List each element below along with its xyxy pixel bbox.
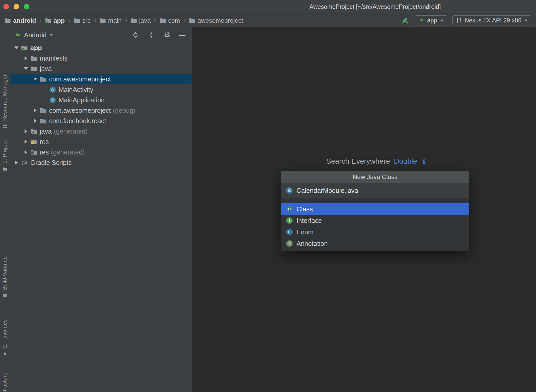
popup-option-label: Class bbox=[296, 205, 313, 213]
titlebar: AwesomeProject [~/src/AwesomeProject/and… bbox=[0, 0, 536, 14]
tree-row-manifests[interactable]: manifests bbox=[10, 53, 192, 63]
tree-row-res[interactable]: res(generated) bbox=[10, 147, 192, 157]
breadcrumb-label: java bbox=[139, 17, 151, 24]
chevron-right-icon[interactable] bbox=[32, 117, 39, 124]
module-icon bbox=[21, 45, 28, 51]
tool-button-label: Build Variants bbox=[2, 256, 8, 290]
tool-button-label: 2: Favorites bbox=[2, 319, 8, 348]
settings-gear-icon[interactable]: ⚙ bbox=[164, 31, 170, 39]
popup-option-label: Enum bbox=[296, 228, 313, 236]
traffic-lights bbox=[3, 4, 29, 9]
tree-row-mainactivity[interactable]: CMainActivity bbox=[10, 84, 192, 95]
breadcrumb-label: android bbox=[13, 17, 36, 24]
chevron-right-icon[interactable] bbox=[22, 138, 29, 145]
tree-row-com.awesomeproject[interactable]: com.awesomeproject(debug) bbox=[10, 105, 192, 116]
chevron-right-icon[interactable] bbox=[22, 128, 29, 135]
tree-row-app[interactable]: app bbox=[10, 43, 192, 53]
chevron-right-icon[interactable] bbox=[32, 107, 39, 114]
breadcrumb-item-app[interactable]: app bbox=[45, 17, 65, 24]
class-name-input[interactable]: C CalendarModule.java bbox=[281, 183, 469, 198]
chevron-down-icon[interactable] bbox=[13, 44, 20, 51]
tree-label: com.awesomeproject bbox=[49, 75, 111, 83]
zoom-button[interactable] bbox=[24, 4, 29, 9]
enum-icon: E bbox=[286, 229, 293, 235]
popup-option-enum[interactable]: EEnum bbox=[281, 226, 469, 238]
tree-row-mainapplication[interactable]: CMainApplication bbox=[10, 95, 192, 105]
tool-button-project[interactable]: 1: Project bbox=[0, 140, 10, 171]
popup-title: New Java Class bbox=[281, 171, 469, 183]
tree-row-com.awesomeproject[interactable]: com.awesomeproject bbox=[10, 74, 192, 84]
tool-button-build-variants[interactable]: Build Variants bbox=[0, 256, 10, 298]
android-icon bbox=[418, 17, 424, 23]
popup-option-interface[interactable]: IInterface bbox=[281, 215, 469, 226]
breadcrumb-item-java[interactable]: java bbox=[131, 17, 151, 24]
build-hammer-icon[interactable] bbox=[401, 16, 410, 25]
device-select[interactable]: Nexus 5X API 29 x86 bbox=[452, 15, 531, 26]
resource-manager-icon bbox=[2, 124, 7, 129]
popup-option-label: Interface bbox=[296, 217, 322, 224]
folder-icon bbox=[5, 17, 11, 23]
tool-button-structure[interactable]: 7: Structure bbox=[0, 372, 10, 392]
tree-row-res[interactable]: res bbox=[10, 136, 192, 147]
hint-shortcut: Double bbox=[394, 157, 417, 165]
breadcrumb-item-src[interactable]: src bbox=[74, 17, 91, 24]
tree-row-java[interactable]: java(generated) bbox=[10, 126, 192, 136]
breadcrumb-label: app bbox=[54, 17, 65, 24]
navigation-bar: android›app›src›main›java›com›awesomepro… bbox=[0, 14, 536, 27]
breadcrumb-item-awesomeproject[interactable]: awesomeproject bbox=[189, 17, 243, 24]
tree-row-com.facebook.react[interactable]: com.facebook.react bbox=[10, 116, 192, 126]
tool-button-label: Resource Manager bbox=[2, 74, 8, 121]
class-icon: C bbox=[286, 187, 293, 194]
run-configuration-select[interactable]: app bbox=[415, 15, 447, 26]
svg-text:E: E bbox=[288, 230, 291, 234]
tool-button-label: 1: Project bbox=[2, 140, 8, 163]
res-icon bbox=[31, 149, 37, 156]
chevron-down-icon[interactable] bbox=[49, 34, 53, 36]
breadcrumb-separator: › bbox=[39, 17, 42, 24]
tool-button-resource-manager[interactable]: Resource Manager bbox=[0, 74, 10, 129]
tree-label: java bbox=[40, 65, 52, 73]
chevron-right-icon[interactable] bbox=[13, 159, 20, 166]
hide-panel-icon[interactable]: — bbox=[179, 32, 185, 38]
tree-suffix: (debug) bbox=[113, 107, 135, 114]
tree-label: MainActivity bbox=[59, 86, 93, 93]
svg-text:C: C bbox=[288, 207, 291, 211]
chevron-right-icon[interactable] bbox=[22, 149, 29, 156]
tree-row-java[interactable]: java bbox=[10, 63, 192, 74]
hint-text: Search Everywhere bbox=[326, 157, 390, 165]
tree-row-gradle-scripts[interactable]: Gradle Scripts bbox=[10, 157, 192, 168]
folder-icon bbox=[189, 17, 195, 23]
project-view-selector[interactable]: Android bbox=[24, 31, 46, 39]
breadcrumb-separator: › bbox=[125, 17, 127, 24]
search-everywhere-hint: Search Everywhere Double ⇧ bbox=[326, 157, 427, 165]
project-panel-actions: ⚙ — bbox=[132, 31, 185, 39]
minimize-button[interactable] bbox=[14, 4, 19, 9]
svg-text:C: C bbox=[51, 87, 54, 92]
project-folder-icon bbox=[2, 167, 7, 171]
res-icon bbox=[31, 139, 37, 145]
package-icon bbox=[40, 76, 46, 82]
class-icon: C bbox=[49, 97, 56, 103]
close-button[interactable] bbox=[3, 4, 9, 9]
popup-option-annotation[interactable]: @Annotation bbox=[281, 238, 469, 249]
svg-text:@: @ bbox=[288, 241, 291, 246]
select-opened-file-icon[interactable] bbox=[132, 32, 139, 39]
tree-label: com.awesomeproject bbox=[49, 107, 111, 114]
chevron-down-icon[interactable] bbox=[32, 76, 39, 82]
breadcrumb-separator: › bbox=[183, 17, 186, 24]
breadcrumb-item-main[interactable]: main bbox=[100, 17, 122, 24]
popup-option-class[interactable]: CClass bbox=[281, 203, 469, 215]
chevron-down-icon[interactable] bbox=[22, 65, 29, 72]
breadcrumb: android›app›src›main›java›com›awesomepro… bbox=[5, 17, 243, 24]
collapse-all-icon[interactable] bbox=[148, 32, 155, 39]
breadcrumb-item-android[interactable]: android bbox=[5, 17, 36, 24]
folder-gen-icon bbox=[31, 128, 37, 135]
tree-label: app bbox=[30, 44, 42, 52]
breadcrumb-item-com[interactable]: com bbox=[160, 17, 180, 24]
tree-suffix: (generated) bbox=[54, 128, 88, 135]
tool-button-favorites[interactable]: 2: Favorites ★ bbox=[0, 319, 10, 356]
chevron-right-icon[interactable] bbox=[22, 55, 29, 62]
project-tree: appmanifestsjavacom.awesomeprojectCMainA… bbox=[10, 43, 192, 392]
chevron-down-icon bbox=[524, 20, 528, 22]
folder-icon bbox=[31, 55, 37, 62]
